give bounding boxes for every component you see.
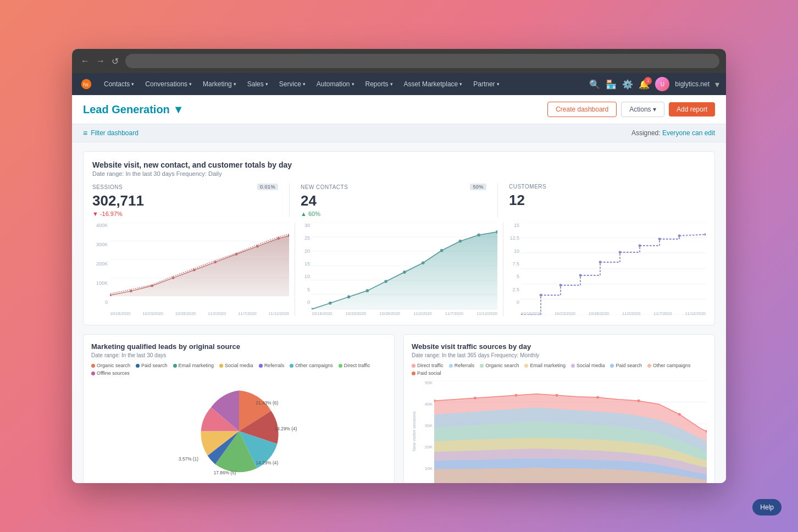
assigned-text: Assigned: Everyone can edit	[631, 129, 715, 137]
notifications-icon[interactable]: 🔔1	[639, 79, 650, 90]
svg-point-10	[172, 276, 175, 279]
area-chart-title: Website visit traffic sources by day	[412, 342, 707, 351]
svg-point-46	[599, 261, 602, 264]
svg-point-26	[347, 295, 351, 298]
sessions-metric: SESSIONS 0.01% 302,711 ▼ -16.97%	[92, 184, 289, 217]
svg-text:21.43% (6): 21.43% (6)	[256, 400, 278, 406]
pie-chart-title: Marketing qualified leads by original so…	[91, 342, 386, 351]
nav-item-service[interactable]: Service▾	[274, 73, 311, 95]
nav-items: Contacts▾ Conversations▾ Marketing▾ Sale…	[98, 73, 589, 95]
nav-item-sales[interactable]: Sales▾	[242, 73, 274, 95]
legend-email-marketing-area: Email marketing	[524, 363, 566, 368]
filter-dashboard-button[interactable]: ≡ Filter dashboard	[83, 129, 138, 137]
avatar[interactable]: U	[655, 77, 669, 91]
bottom-cards: Marketing qualified leads by original so…	[83, 334, 715, 483]
nav-item-automation[interactable]: Automation▾	[311, 73, 360, 95]
sessions-value: 302,711	[92, 192, 278, 209]
svg-point-44	[559, 284, 562, 287]
svg-text:17.86% (5): 17.86% (5)	[213, 470, 236, 475]
app-nav: hs Contacts▾ Conversations▾ Marketing▾ S…	[72, 73, 726, 95]
header-actions: Create dashboard Actions ▾ Add report	[547, 102, 715, 117]
help-button[interactable]: Help	[752, 499, 782, 516]
sessions-badge: 0.01%	[257, 184, 278, 190]
hubspot-logo[interactable]: hs	[79, 76, 94, 92]
nav-item-partner[interactable]: Partner▾	[468, 73, 505, 95]
svg-point-12	[214, 261, 217, 264]
create-dashboard-button[interactable]: Create dashboard	[547, 102, 617, 117]
customers-svg	[521, 223, 706, 315]
marketplace-icon[interactable]: 🏪	[606, 79, 617, 90]
legend-paid-social-area: Paid social	[412, 370, 441, 376]
assigned-link[interactable]: Everyone can edit	[662, 129, 715, 137]
new-contacts-change: ▲ 60%	[301, 210, 486, 217]
new-contacts-value: 24	[301, 192, 486, 209]
pie-chart-subtitle: Date range: In the last 30 days	[91, 352, 386, 358]
user-dropdown-icon[interactable]: ▾	[715, 79, 719, 90]
legend-offline-sources: Offline sources	[91, 370, 130, 376]
dashboard-body: Website visit, new contact, and customer…	[72, 142, 726, 483]
back-button[interactable]: ←	[79, 55, 92, 67]
legend-social-media: Social media	[219, 363, 253, 368]
dashboard-dropdown-arrow: ▼	[173, 103, 184, 116]
svg-point-48	[639, 245, 641, 247]
svg-point-47	[619, 251, 622, 254]
address-bar[interactable]	[125, 54, 719, 68]
svg-point-15	[277, 237, 280, 240]
legend-organic-search-area: Organic search	[480, 363, 519, 368]
dashboard-title[interactable]: Lead Generation ▼	[83, 103, 184, 116]
svg-point-66	[556, 394, 558, 397]
nav-item-marketing[interactable]: Marketing▾	[197, 73, 242, 95]
svg-point-9	[151, 285, 153, 287]
dashboard-header: Lead Generation ▼ Create dashboard Actio…	[72, 95, 726, 124]
svg-point-8	[130, 290, 132, 292]
legend-referrals: Referrals	[259, 363, 285, 368]
svg-point-51	[705, 233, 706, 236]
svg-point-31	[440, 249, 444, 252]
sessions-svg	[110, 223, 289, 296]
area-chart-subtitle: Date range: In the last 365 days Frequen…	[412, 352, 707, 358]
customers-metric: CUSTOMERS 12	[497, 184, 706, 217]
pie-chart-visual: 21.43% (6) 14.29% (4) 14.29% (4) 17.86% …	[91, 380, 386, 482]
customers-label: CUSTOMERS	[509, 184, 695, 190]
nav-item-contacts[interactable]: Contacts▾	[98, 73, 140, 95]
svg-point-24	[312, 308, 313, 309]
top-chart-subtitle: Date range: In the last 30 days Frequenc…	[92, 170, 706, 177]
pie-chart-legend: Organic search Paid search Email marketi…	[91, 363, 386, 376]
nav-item-asset-marketplace[interactable]: Asset Marketplace▾	[398, 73, 468, 95]
top-chart-title: Website visit, new contact, and customer…	[92, 160, 706, 169]
svg-point-33	[477, 234, 480, 237]
svg-point-67	[596, 396, 599, 399]
filter-icon: ≡	[83, 129, 87, 137]
svg-text:3.57% (1): 3.57% (1)	[179, 456, 198, 462]
new-contacts-label: NEW CONTACTS 50%	[301, 184, 486, 190]
svg-point-43	[540, 294, 542, 297]
legend-other-campaigns: Other campaigns	[290, 363, 333, 368]
search-icon[interactable]: 🔍	[589, 79, 600, 90]
refresh-button[interactable]: ↺	[109, 55, 121, 68]
sessions-label: SESSIONS 0.01%	[92, 184, 278, 190]
browser-nav-buttons: ← → ↺	[79, 55, 121, 68]
nav-item-conversations[interactable]: Conversations▾	[140, 73, 197, 95]
notification-count: 1	[644, 77, 652, 85]
new-contacts-chart: 302520151050	[295, 223, 503, 316]
metrics-row: SESSIONS 0.01% 302,711 ▼ -16.97% NEW CON…	[92, 184, 706, 217]
forward-button[interactable]: →	[94, 55, 107, 67]
area-chart-card: Website visit traffic sources by day Dat…	[403, 334, 715, 483]
actions-button[interactable]: Actions ▾	[621, 102, 664, 117]
svg-point-50	[678, 235, 681, 237]
browser-chrome: ← → ↺	[72, 49, 726, 73]
user-label[interactable]: biglytics.net	[675, 80, 710, 88]
settings-icon[interactable]: ⚙️	[622, 79, 633, 90]
nav-item-reports[interactable]: Reports▾	[360, 73, 398, 95]
legend-social-media-area: Social media	[571, 363, 605, 368]
filter-bar: ≡ Filter dashboard Assigned: Everyone ca…	[72, 124, 726, 142]
svg-point-65	[514, 394, 517, 397]
svg-point-69	[678, 413, 681, 416]
nav-right: 🔍 🏪 ⚙️ 🔔1 U biglytics.net ▾	[589, 77, 719, 91]
svg-point-28	[384, 280, 387, 283]
legend-organic-search: Organic search	[91, 363, 130, 368]
main-content: Lead Generation ▼ Create dashboard Actio…	[72, 95, 726, 483]
new-contacts-badge: 50%	[470, 184, 486, 190]
customers-value: 12	[509, 192, 695, 209]
add-report-button[interactable]: Add report	[669, 102, 715, 117]
